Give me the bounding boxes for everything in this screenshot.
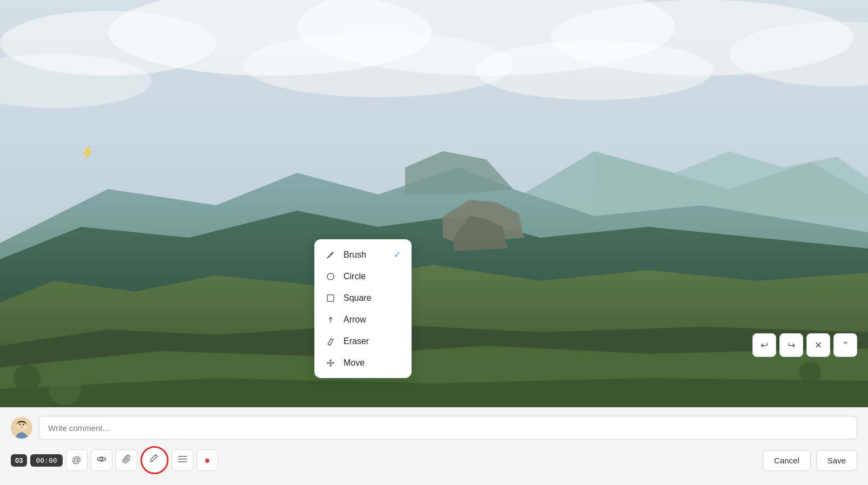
toolbar-right: Cancel Save xyxy=(763,450,857,471)
svg-line-16 xyxy=(328,344,330,345)
attachment-button[interactable] xyxy=(116,449,137,471)
cancel-button[interactable]: Cancel xyxy=(763,450,811,471)
chevron-up-icon: ⌃ xyxy=(842,340,849,351)
svg-point-10 xyxy=(14,365,41,392)
tool-square-option[interactable]: Square xyxy=(314,287,412,309)
eraser-icon xyxy=(325,337,336,346)
svg-point-21 xyxy=(19,424,21,426)
user-avatar xyxy=(11,417,32,439)
drawing-tool-wrapper xyxy=(140,446,169,474)
square-icon xyxy=(325,294,336,302)
list-icon xyxy=(178,455,187,466)
drawing-tool-dropdown: Brush ✓ Circle Square Arrow xyxy=(314,239,412,378)
circle-icon xyxy=(325,272,336,281)
tool-eraser-option[interactable]: Eraser xyxy=(314,331,412,352)
toolbar-left: 03 00:00 @ xyxy=(11,446,218,474)
close-icon: ✕ xyxy=(815,340,822,351)
lightning-icon: ⚡ xyxy=(79,145,96,161)
arrow-label: Arrow xyxy=(344,315,401,325)
comment-input-row xyxy=(11,416,857,440)
attachment-icon xyxy=(122,454,131,467)
eye-icon xyxy=(97,455,106,466)
svg-point-6 xyxy=(243,32,513,97)
mention-icon: @ xyxy=(72,455,81,466)
tool-arrow-option[interactable]: Arrow xyxy=(314,309,412,331)
list-button[interactable] xyxy=(172,449,193,471)
svg-rect-14 xyxy=(327,295,334,301)
circle-label: Circle xyxy=(344,272,401,281)
record-icon: ● xyxy=(204,455,210,466)
brush-checkmark: ✓ xyxy=(394,250,401,260)
comment-input-field[interactable] xyxy=(39,416,857,440)
brush-icon xyxy=(325,251,336,259)
timestamp-badge: 00:00 xyxy=(30,454,62,467)
redo-button[interactable]: ↪ xyxy=(779,333,803,357)
undo-button[interactable]: ↩ xyxy=(752,333,776,357)
pencil-icon xyxy=(150,454,159,467)
brush-label: Brush xyxy=(344,250,386,260)
undo-icon: ↩ xyxy=(761,340,768,351)
close-drawing-button[interactable]: ✕ xyxy=(806,333,830,357)
move-label: Move xyxy=(344,358,401,368)
square-label: Square xyxy=(344,293,401,303)
svg-point-22 xyxy=(23,424,24,426)
move-icon xyxy=(325,359,336,367)
visibility-button[interactable] xyxy=(91,449,112,471)
svg-point-8 xyxy=(475,41,713,100)
record-button[interactable]: ● xyxy=(197,449,218,471)
tool-move-option[interactable]: Move xyxy=(314,352,412,374)
eraser-label: Eraser xyxy=(344,336,401,346)
tool-brush-option[interactable]: Brush ✓ xyxy=(314,244,412,266)
svg-point-12 xyxy=(799,362,821,383)
redo-icon: ↪ xyxy=(788,340,795,351)
mention-button[interactable]: @ xyxy=(66,449,88,471)
history-controls: ↩ ↪ ✕ ⌃ xyxy=(752,333,857,357)
svg-point-23 xyxy=(21,426,22,427)
comment-bar: 03 00:00 @ xyxy=(0,407,868,485)
tool-circle-option[interactable]: Circle xyxy=(314,266,412,287)
svg-point-11 xyxy=(49,373,81,405)
save-button[interactable]: Save xyxy=(816,450,857,471)
toolbar-row: 03 00:00 @ xyxy=(11,446,857,474)
collapse-button[interactable]: ⌃ xyxy=(833,333,857,357)
svg-line-25 xyxy=(156,455,157,456)
arrow-icon xyxy=(325,315,336,324)
frame-badge: 03 xyxy=(11,454,27,467)
svg-point-24 xyxy=(100,458,103,461)
svg-point-13 xyxy=(327,273,334,280)
drawing-tool-button[interactable] xyxy=(140,446,169,474)
